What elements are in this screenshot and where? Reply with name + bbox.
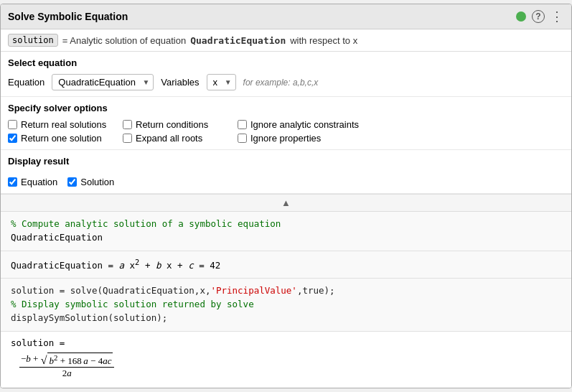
checkbox-expand-roots[interactable] [123,134,132,143]
sqrt-symbol: √ [41,354,47,367]
label-equation: Equation [21,177,57,187]
variables-label: Variables [161,77,199,88]
titlebar: Solve Symbolic Equation ? ⋮ [1,4,571,29]
desc-equation-name: QuadraticEquation [190,35,286,46]
checkbox-equation[interactable] [8,177,17,187]
solver-options-title: Specify solver options [8,103,564,113]
solver-options-grid: Return real solutions Return conditions … [8,119,564,144]
option-solution: Solution [67,177,114,187]
equation-select-wrapper: QuadraticEquation ▼ [52,74,154,90]
code-solve-str: 'PrincipalValue' [210,285,296,296]
equation-row: Equation QuadraticEquation ▼ Variables x… [8,74,564,90]
code-comment-1: % Compute analytic solution of a symboli… [11,218,561,231]
label-expand-roots: Expand all roots [136,133,202,144]
status-indicator [516,11,526,22]
option-ignore-analytic: Ignore analytic constraints [238,119,381,130]
equation-label: Equation [8,77,44,88]
code-block-1: % Compute analytic solution of a symboli… [1,212,571,251]
example-text: for example: a,b,c,x [243,78,319,88]
code-comment-2: % Display symbolic solution returned by … [11,298,561,312]
solver-options-section: Specify solver options Return real solut… [1,97,571,150]
code-equation-name: QuadraticEquation [11,231,561,245]
checkbox-solution[interactable] [67,177,77,187]
option-return-real: Return real solutions [8,119,123,130]
option-ignore-properties: Ignore properties [238,133,381,144]
desc-text1: = Analytic solution of equation [62,35,186,46]
main-window: Solve Symbolic Equation ? ⋮ solution = A… [0,4,572,388]
checkbox-ignore-properties[interactable] [238,134,247,143]
solution-fraction: −b + √ b2 + 168 a − 4ac 2a [18,353,561,379]
display-result-title: Display result [8,156,564,167]
option-return-one: Return one solution [8,133,123,144]
option-equation: Equation [8,177,57,187]
code-block-2: solution = solve(QuadraticEquation,x,'Pr… [1,279,571,331]
code-solve-pre: solution = solve(QuadraticEquation,x, [11,285,210,296]
desc-text2: with respect to x [290,35,357,46]
label-return-real: Return real solutions [21,119,106,130]
checkbox-return-real[interactable] [8,120,17,129]
label-return-one: Return one solution [21,133,102,144]
select-equation-title: Select equation [8,57,564,68]
solution-label: solution = [11,337,561,348]
option-expand-roots: Expand all roots [123,133,238,144]
variables-select-wrapper: x ▼ [207,74,236,90]
label-return-conditions: Return conditions [136,119,208,130]
label-ignore-properties: Ignore properties [250,133,321,144]
solution-badge: solution [8,34,58,47]
frac-numerator: −b + √ b2 + 168 a − 4ac [19,353,114,368]
sqrt-wrapper: √ b2 + 168 a − 4ac [41,353,113,367]
label-ignore-analytic: Ignore analytic constraints [250,119,359,130]
select-equation-section: Select equation Equation QuadraticEquati… [1,52,571,97]
code-solve-line: solution = solve(QuadraticEquation,x,'Pr… [11,284,561,298]
checkbox-return-conditions[interactable] [123,120,132,129]
variables-select[interactable]: x [207,74,236,90]
display-result-row: Equation Solution [8,172,564,190]
label-solution: Solution [80,177,114,187]
sqrt-content: b2 + 168 a − 4ac [47,353,113,367]
checkbox-return-one[interactable] [8,134,17,143]
menu-button[interactable]: ⋮ [550,9,564,24]
math-block: QuadraticEquation = a x2 + b x + c = 42 [1,251,571,279]
frac-denominator: 2a [61,368,73,379]
code-solve-post: ,true); [297,285,335,296]
solution-math-block: solution = −b + √ b2 + 168 a − 4ac 2a [1,332,571,388]
option-return-conditions: Return conditions [123,119,238,130]
divider-arrow: ▲ [1,194,571,212]
math-equation-text: QuadraticEquation = a x2 + b x + c = 42 [11,260,220,271]
display-result-section: Display result Equation Solution [1,150,571,194]
help-button[interactable]: ? [532,10,545,23]
titlebar-controls: ? ⋮ [516,9,564,24]
solution-frac: −b + √ b2 + 168 a − 4ac 2a [19,353,114,379]
code-display-line: displaySymSolution(solution); [11,312,561,325]
checkbox-ignore-analytic[interactable] [238,120,247,129]
description-bar: solution = Analytic solution of equation… [1,29,571,52]
equation-select[interactable]: QuadraticEquation [52,74,154,90]
window-title: Solve Symbolic Equation [8,11,128,22]
